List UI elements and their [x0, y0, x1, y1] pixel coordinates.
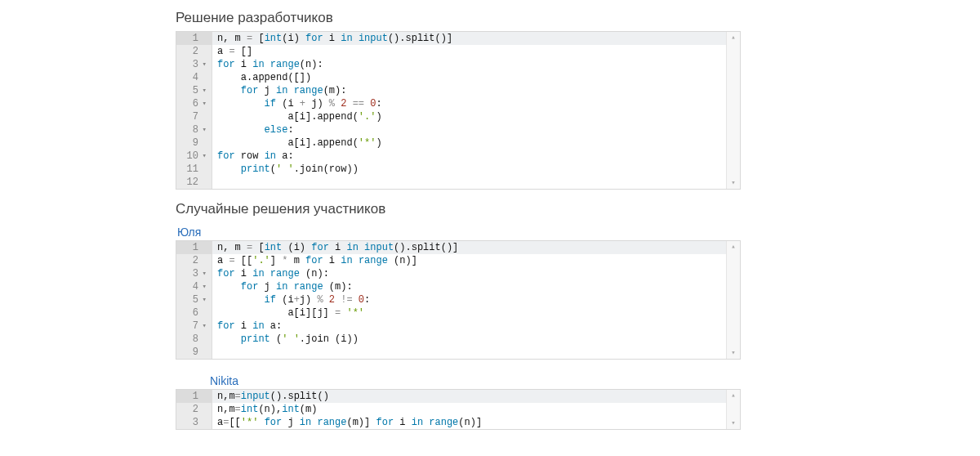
- section-title: Решение разработчиков: [176, 10, 906, 26]
- line-number-gutter: 9: [176, 136, 212, 150]
- line-number-gutter: 5▾: [176, 84, 212, 97]
- code-content[interactable]: a = []: [212, 45, 740, 58]
- code-line[interactable]: 2a = [['.'] * m for i in range (n)]: [176, 254, 740, 267]
- line-number-gutter: 4▾: [176, 280, 212, 293]
- code-content[interactable]: n,m=int(n),int(m): [212, 403, 740, 416]
- code-content[interactable]: [212, 346, 740, 359]
- code-line[interactable]: 3▾for i in range(n):: [176, 58, 740, 71]
- code-line[interactable]: 3a=[['*' for j in range(m)] for i in ran…: [176, 416, 740, 429]
- line-number-gutter: 8▾: [176, 123, 212, 136]
- line-number-gutter: 3: [176, 416, 212, 429]
- fold-toggle-icon[interactable]: ▾: [200, 97, 207, 110]
- scroll-down-icon[interactable]: ▾: [727, 347, 740, 359]
- code-line[interactable]: 3▾for i in range (n):: [176, 267, 740, 280]
- code-line[interactable]: 1n, m = [int(i) for i in input().split()…: [176, 32, 740, 45]
- code-content[interactable]: else:: [212, 123, 740, 136]
- code-line[interactable]: 12: [176, 176, 740, 189]
- section-title: Случайные решения участников: [176, 201, 906, 217]
- line-number-gutter: 5▾: [176, 293, 212, 306]
- code-content[interactable]: n,m=input().split(): [212, 390, 740, 403]
- code-block[interactable]: 1n, m = [int (i) for i in input().split(…: [176, 240, 741, 360]
- code-content[interactable]: for i in range(n):: [212, 58, 740, 71]
- line-number-gutter: 3▾: [176, 267, 212, 280]
- line-number-gutter: 12: [176, 176, 212, 189]
- line-number-gutter: 10▾: [176, 150, 212, 163]
- code-content[interactable]: if (i+j) % 2 != 0:: [212, 293, 740, 306]
- code-line[interactable]: 4▾ for j in range (m):: [176, 280, 740, 293]
- code-content[interactable]: for j in range(m):: [212, 84, 740, 97]
- code-content[interactable]: a[i][j] = '*': [212, 306, 740, 320]
- code-line[interactable]: 5▾ if (i+j) % 2 != 0:: [176, 293, 740, 306]
- code-line[interactable]: 2n,m=int(n),int(m): [176, 403, 740, 416]
- code-content[interactable]: n, m = [int(i) for i in input().split()]: [212, 32, 740, 45]
- fold-toggle-icon[interactable]: ▾: [200, 58, 207, 71]
- line-number-gutter: 6: [176, 306, 212, 320]
- code-content[interactable]: a.append([]): [212, 71, 740, 84]
- line-number-gutter: 3▾: [176, 58, 212, 71]
- code-line[interactable]: 4 a.append([]): [176, 71, 740, 84]
- code-line[interactable]: 1n, m = [int (i) for i in input().split(…: [176, 241, 740, 254]
- code-content[interactable]: print (' '.join (i)): [212, 333, 740, 346]
- scroll-down-icon[interactable]: ▾: [727, 418, 740, 429]
- code-line[interactable]: 11 print(' '.join(row)): [176, 163, 740, 176]
- line-number-gutter: 7: [176, 110, 212, 123]
- line-number-gutter: 11: [176, 163, 212, 176]
- line-number-gutter: 9: [176, 346, 212, 359]
- line-number-gutter: 6▾: [176, 97, 212, 110]
- scroll-up-icon[interactable]: ▴: [727, 241, 740, 253]
- line-number-gutter: 1: [176, 390, 212, 403]
- fold-toggle-icon[interactable]: ▾: [200, 150, 207, 163]
- scroll-up-icon[interactable]: ▴: [727, 390, 740, 401]
- page-root: Решение разработчиков1n, m = [int(i) for…: [0, 10, 980, 430]
- line-number-gutter: 7▾: [176, 320, 212, 333]
- code-content[interactable]: a[i].append('.'): [212, 110, 740, 123]
- scrollbar[interactable]: ▴▾: [726, 241, 740, 359]
- line-number-gutter: 8: [176, 333, 212, 346]
- code-content[interactable]: a[i].append('*'): [212, 136, 740, 150]
- line-number-gutter: 2: [176, 403, 212, 416]
- code-line[interactable]: 2a = []: [176, 45, 740, 58]
- code-content[interactable]: for i in range (n):: [212, 267, 740, 280]
- code-line[interactable]: 5▾ for j in range(m):: [176, 84, 740, 97]
- fold-toggle-icon[interactable]: ▾: [200, 267, 207, 280]
- fold-toggle-icon[interactable]: ▾: [200, 280, 207, 293]
- author-link[interactable]: Nikita: [210, 374, 238, 387]
- code-line[interactable]: 9: [176, 346, 740, 359]
- code-content[interactable]: a = [['.'] * m for i in range (n)]: [212, 254, 740, 267]
- code-line[interactable]: 6 a[i][j] = '*': [176, 306, 740, 320]
- scrollbar[interactable]: ▴▾: [726, 390, 740, 429]
- fold-toggle-icon[interactable]: ▾: [200, 84, 207, 97]
- code-content[interactable]: a=[['*' for j in range(m)] for i in rang…: [212, 416, 740, 429]
- code-content[interactable]: for row in a:: [212, 150, 740, 163]
- code-content[interactable]: for j in range (m):: [212, 280, 740, 293]
- code-block[interactable]: 1n, m = [int(i) for i in input().split()…: [176, 31, 741, 190]
- code-line[interactable]: 1n,m=input().split(): [176, 390, 740, 403]
- line-number-gutter: 1: [176, 32, 212, 45]
- line-number-gutter: 1: [176, 241, 212, 254]
- fold-toggle-icon[interactable]: ▾: [200, 320, 207, 333]
- code-line[interactable]: 6▾ if (i + j) % 2 == 0:: [176, 97, 740, 110]
- line-number-gutter: 2: [176, 45, 212, 58]
- line-number-gutter: 4: [176, 71, 212, 84]
- code-content[interactable]: for i in a:: [212, 320, 740, 333]
- code-line[interactable]: 7 a[i].append('.'): [176, 110, 740, 123]
- code-line[interactable]: 9 a[i].append('*'): [176, 136, 740, 150]
- code-content[interactable]: n, m = [int (i) for i in input().split()…: [212, 241, 740, 254]
- fold-toggle-icon[interactable]: ▾: [200, 123, 207, 136]
- fold-toggle-icon[interactable]: ▾: [200, 293, 207, 306]
- scrollbar[interactable]: ▴▾: [726, 32, 740, 189]
- scroll-down-icon[interactable]: ▾: [727, 177, 740, 189]
- code-content[interactable]: print(' '.join(row)): [212, 163, 740, 176]
- scroll-up-icon[interactable]: ▴: [727, 32, 740, 43]
- line-number-gutter: 2: [176, 254, 212, 267]
- code-line[interactable]: 8▾ else:: [176, 123, 740, 136]
- code-line[interactable]: 8 print (' '.join (i)): [176, 333, 740, 346]
- code-line[interactable]: 10▾for row in a:: [176, 150, 740, 163]
- code-content[interactable]: if (i + j) % 2 == 0:: [212, 97, 740, 110]
- code-content[interactable]: [212, 176, 740, 189]
- code-block[interactable]: 1n,m=input().split()2n,m=int(n),int(m)3a…: [176, 389, 741, 430]
- author-link[interactable]: Юля: [177, 226, 201, 239]
- code-line[interactable]: 7▾for i in a:: [176, 320, 740, 333]
